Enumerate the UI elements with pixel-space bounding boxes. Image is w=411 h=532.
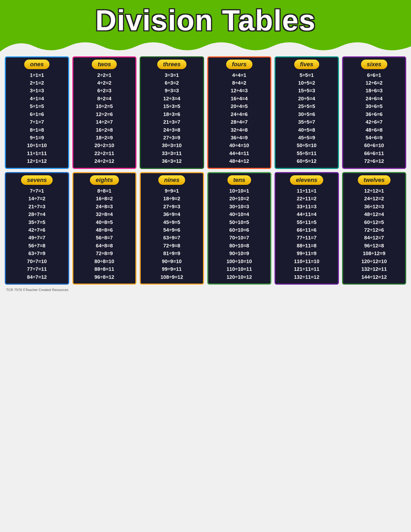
equation-item: 20÷10=2 xyxy=(229,195,249,202)
equation-item: 60÷5=12 xyxy=(297,157,317,165)
equation-item: 24÷3=8 xyxy=(163,126,180,134)
equation-item: 5÷5=1 xyxy=(300,71,314,79)
equation-item: 36÷4=9 xyxy=(231,134,248,142)
equation-item: 15÷3=5 xyxy=(163,102,180,110)
equation-item: 27÷3=9 xyxy=(163,134,180,142)
equation-item: 22÷11=2 xyxy=(297,195,317,202)
equation-item: 48÷12=4 xyxy=(364,210,384,218)
content-area: ones1÷1=12÷1=23÷1=34÷1=45÷1=56÷1=67÷1=78… xyxy=(0,52,411,297)
equation-item: 35÷7=5 xyxy=(28,218,45,226)
equation-item: 48÷4=12 xyxy=(229,157,249,165)
equation-item: 24÷6=4 xyxy=(366,95,383,102)
tables-grid-bottom: sevens7÷7=114÷7=221÷7=328÷7=435÷7=542÷7=… xyxy=(5,172,406,285)
equation-item: 5÷1=5 xyxy=(30,102,44,110)
equation-item: 48÷8=6 xyxy=(96,226,113,234)
equation-item: 33÷3=11 xyxy=(162,149,182,157)
equation-item: 4÷2=2 xyxy=(97,79,111,87)
equation-item: 12÷12=1 xyxy=(364,187,384,195)
table-card-threes: threes3÷3=16÷3=29÷3=312÷3=415÷3=518÷3=62… xyxy=(140,56,204,169)
equation-item: 50÷10=5 xyxy=(229,218,249,226)
equation-item: 22÷2=11 xyxy=(94,149,114,157)
equation-item: 60÷12=5 xyxy=(364,218,384,226)
equation-item: 72÷12=6 xyxy=(364,226,384,234)
equation-item: 44÷4=11 xyxy=(229,149,249,157)
equation-item: 88÷8=11 xyxy=(94,265,114,273)
equation-item: 50÷5=10 xyxy=(297,142,317,149)
equation-item: 33÷11=3 xyxy=(297,203,317,210)
equation-item: 63÷7=9 xyxy=(28,250,45,257)
equation-item: 30÷6=5 xyxy=(366,102,383,110)
equation-item: 132÷11=12 xyxy=(294,273,319,281)
equation-item: 54÷6=9 xyxy=(366,134,383,142)
equations-ones: 1÷1=12÷1=23÷1=34÷1=45÷1=56÷1=67÷1=78÷1=8… xyxy=(7,71,67,165)
equation-item: 20÷2=10 xyxy=(94,142,114,149)
equation-item: 24÷12=2 xyxy=(364,195,384,202)
card-label-sevens: sevens xyxy=(21,175,53,185)
equation-item: 8÷1=8 xyxy=(30,126,44,134)
equations-fours: 4÷4=18÷4=212÷4=316÷4=420÷4=524÷4=628÷4=7… xyxy=(210,71,269,165)
equation-item: 54÷9=6 xyxy=(163,226,180,234)
card-label-ones: ones xyxy=(24,60,49,69)
equation-item: 2÷2=1 xyxy=(97,71,111,79)
table-card-sevens: sevens7÷7=114÷7=221÷7=328÷7=435÷7=542÷7=… xyxy=(5,172,69,285)
equations-twelves: 12÷12=124÷12=236÷12=348÷12=460÷12=572÷12… xyxy=(345,187,404,281)
equation-item: 8÷8=1 xyxy=(97,187,111,195)
equations-tens: 10÷10=120÷10=230÷10=340÷10=450÷10=560÷10… xyxy=(210,187,269,281)
equation-item: 18÷6=3 xyxy=(366,87,383,94)
table-card-fours: fours4÷4=18÷4=212÷4=316÷4=420÷4=524÷4=62… xyxy=(207,56,272,169)
equation-item: 99÷9=11 xyxy=(162,265,182,273)
equation-item: 70÷7=10 xyxy=(27,257,47,265)
equation-item: 60÷10=6 xyxy=(229,226,249,234)
equation-item: 3÷1=3 xyxy=(30,87,44,94)
equation-item: 56÷8=7 xyxy=(96,234,113,242)
equation-item: 6÷3=2 xyxy=(165,79,179,87)
table-card-elevens: elevens11÷11=122÷11=233÷11=344÷11=455÷11… xyxy=(275,172,339,285)
table-card-nines: nines9÷9=118÷9=227÷9=336÷9=445÷9=554÷9=6… xyxy=(140,172,204,285)
card-label-fours: fours xyxy=(226,60,252,69)
equation-item: 10÷1=10 xyxy=(27,142,47,149)
equation-item: 16÷8=2 xyxy=(96,195,113,202)
equation-item: 144÷12=12 xyxy=(362,273,387,281)
equation-item: 12÷3=4 xyxy=(163,95,180,102)
card-label-nines: nines xyxy=(158,175,185,185)
equation-item: 42÷6=7 xyxy=(366,118,383,126)
equation-item: 120÷12=10 xyxy=(362,257,387,265)
equation-item: 2÷1=2 xyxy=(30,79,44,87)
card-label-elevens: elevens xyxy=(290,175,323,185)
equation-item: 4÷1=4 xyxy=(30,95,44,102)
card-label-eights: eights xyxy=(90,175,119,185)
equation-item: 11÷11=1 xyxy=(297,187,317,195)
equations-fives: 5÷5=110÷5=215÷5=320÷5=425÷5=530÷5=635÷5=… xyxy=(277,71,336,165)
equation-item: 66÷11=6 xyxy=(297,226,317,234)
equation-item: 32÷8=4 xyxy=(96,210,113,218)
equations-twos: 2÷2=14÷2=26÷2=38÷2=410÷2=512÷2=614÷2=716… xyxy=(75,71,134,165)
equation-item: 36÷9=4 xyxy=(163,210,180,218)
equation-item: 72÷9=8 xyxy=(163,242,180,250)
equation-item: 96÷8=12 xyxy=(94,273,114,281)
equation-item: 40÷5=8 xyxy=(298,126,315,134)
equation-item: 40÷4=10 xyxy=(229,142,249,149)
equation-item: 84÷12=7 xyxy=(364,234,384,242)
equation-item: 3÷3=1 xyxy=(165,71,179,79)
equation-item: 30÷10=3 xyxy=(229,203,249,210)
tables-grid-top: ones1÷1=12÷1=23÷1=34÷1=45÷1=56÷1=67÷1=78… xyxy=(5,56,406,169)
card-label-tens: tens xyxy=(227,175,251,185)
equation-item: 56÷7=8 xyxy=(28,242,45,250)
equation-item: 81÷9=9 xyxy=(163,250,180,257)
equation-item: 28÷7=4 xyxy=(28,210,45,218)
equation-item: 20÷4=5 xyxy=(231,102,248,110)
equation-item: 18÷3=6 xyxy=(163,110,180,118)
equation-item: 42÷7=6 xyxy=(28,226,45,234)
footer-credit: TCR 7578 ©Teacher Created Resources xyxy=(5,288,406,292)
equation-item: 108÷9=12 xyxy=(160,273,183,281)
table-card-twelves: twelves12÷12=124÷12=236÷12=348÷12=460÷12… xyxy=(342,172,406,285)
equation-item: 72÷8=9 xyxy=(96,250,113,257)
equations-elevens: 11÷11=122÷11=233÷11=344÷11=455÷11=566÷11… xyxy=(277,187,336,281)
equation-item: 35÷5=7 xyxy=(298,118,315,126)
equation-item: 132÷12=11 xyxy=(362,265,387,273)
equation-item: 9÷1=9 xyxy=(30,134,44,142)
equation-item: 24÷2=12 xyxy=(94,157,114,165)
equation-item: 44÷11=4 xyxy=(297,210,317,218)
equation-item: 66÷6=11 xyxy=(364,149,384,157)
equation-item: 32÷4=8 xyxy=(231,126,248,134)
